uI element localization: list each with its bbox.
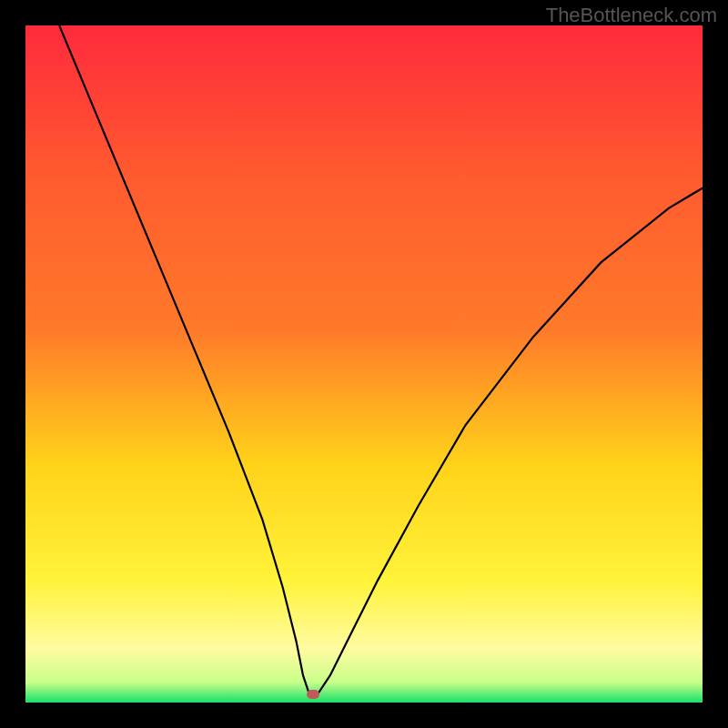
watermark-text: TheBottleneck.com <box>546 4 717 27</box>
chart-plot-area <box>25 25 703 703</box>
optimal-point-marker <box>307 690 319 699</box>
bottleneck-curve <box>25 25 703 703</box>
